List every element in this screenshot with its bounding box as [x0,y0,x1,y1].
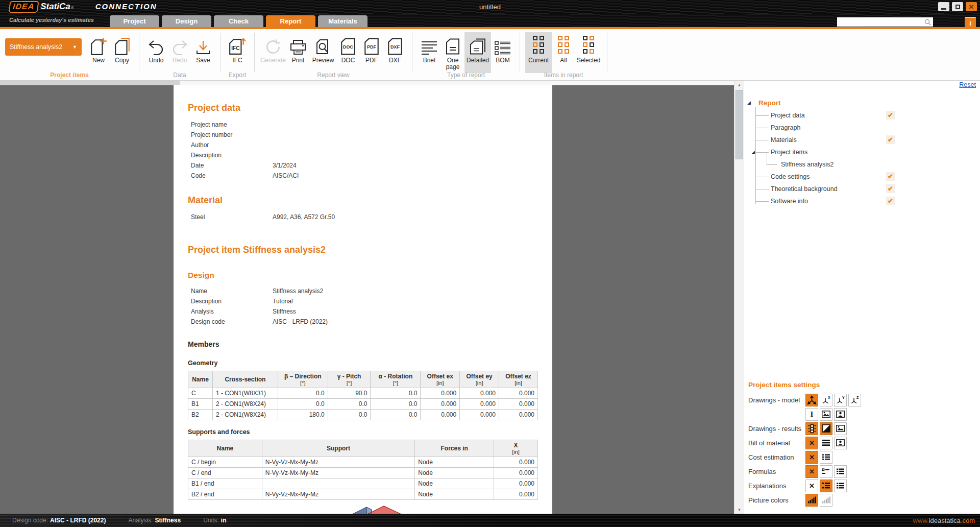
table-row: C / endN-Vy-Vz-Mx-My-Mz Node0.000 [188,468,538,478]
none-button[interactable]: ✕ [805,451,818,464]
tree-item-theoretical-background[interactable]: Theoretical background ✔ [747,183,972,195]
geometry-table: Name Cross-section β – Direction[°] γ - … [188,371,538,420]
none-button[interactable]: ✕ [805,465,818,478]
print-button[interactable]: Print [286,32,310,73]
none-button[interactable]: ✕ [805,437,818,449]
axes-iso-button[interactable] [805,394,818,406]
tree-root-report[interactable]: ◢ Report [747,96,972,109]
svg-text:X: X [828,395,830,399]
current-items-button[interactable]: Current [525,32,552,73]
selected-items-button[interactable]: Selected [575,32,602,73]
picture-person-button[interactable] [834,437,847,449]
picture-button[interactable] [834,422,847,435]
vertical-scrollbar[interactable]: ▲ ▼ [734,81,744,514]
scroll-down-arrow-icon[interactable]: ▼ [734,506,744,514]
col-header: Offset ex[in] [421,371,460,388]
close-icon: ✕ [969,4,974,10]
lines-button[interactable] [820,437,832,449]
group-label-items-in-report: Items in report [520,71,607,79]
field-label: Steel [191,212,273,222]
checkbox-checked-icon[interactable]: ✔ [886,197,895,205]
picture-person-button[interactable] [834,408,847,421]
horizontal-scrollbar-thumb[interactable] [0,81,180,85]
horizontal-scrollbar[interactable] [0,81,734,85]
close-button[interactable]: ✕ [966,2,977,11]
list-button[interactable] [820,451,832,464]
field-value [273,119,538,130]
one-page-button[interactable]: One page [441,32,464,73]
doc-file-icon: DOC [340,34,356,56]
ribbon-group-items-in-report: Current All Selected Items in report [520,29,607,80]
axes-x-button[interactable]: X [820,394,832,406]
tab-design[interactable]: Design [162,15,211,27]
color-bars-button[interactable] [805,494,818,507]
pdf-export-button[interactable]: PDF PDF [360,32,383,73]
axes-y-button[interactable]: Y [834,394,847,406]
settings-row-drawings-results: Drawings - results [748,421,976,436]
tab-report[interactable]: Report [266,15,315,27]
redo-button[interactable]: Redo [168,32,191,73]
undo-button[interactable]: Undo [144,32,168,73]
brief-button[interactable]: Brief [418,32,441,73]
list-button[interactable] [834,480,847,492]
ifc-export-button[interactable]: IFC IFC [226,32,249,73]
all-items-button[interactable]: All [552,32,575,73]
field-value [273,140,538,150]
detailed-button[interactable]: Detailed [464,32,491,73]
dxf-export-button[interactable]: DXF DXF [383,32,407,73]
col-header: Name [188,440,262,457]
tree-item-stiffness-analysis2[interactable]: Stiffness analysis2 ✔ [747,158,972,171]
none-button[interactable]: ✕ [805,480,818,492]
section-view-button[interactable]: I [805,408,818,421]
col-header: Offset ey[in] [460,371,499,388]
tree-item-project-data[interactable]: Project data ✔ [747,109,972,122]
doc-export-button[interactable]: DOC DOC [336,32,360,73]
tab-check[interactable]: Check [214,15,263,27]
redo-icon [171,34,188,56]
tree-item-software-info[interactable]: Software info ✔ [747,195,972,207]
website-link[interactable]: www.ideastatica.com [913,517,975,524]
project-item-selector[interactable]: Stiffness analysis2 ▼ [5,38,82,56]
picture-button[interactable] [820,408,832,421]
preview-button[interactable]: Preview [310,32,336,73]
traffic-light-button[interactable] [805,422,818,435]
ribbon-group-report-view: Generate Print Preview DOC [255,29,412,80]
reset-link[interactable]: Reset [959,81,976,88]
scroll-up-arrow-icon[interactable]: ▲ [734,81,744,89]
bars-color-icon [807,496,816,504]
tab-materials[interactable]: Materials [318,15,368,27]
col-header: α - Rotation[°] [371,371,421,388]
diagonal-split-button[interactable] [820,422,832,435]
axes-z-button[interactable]: Z [848,394,861,406]
list-with-text-button[interactable] [820,480,832,492]
checkbox-checked-icon[interactable]: ✔ [886,172,895,181]
tree-item-project-items[interactable]: ◢ Project items ✔ [747,146,972,158]
tree-item-paragraph[interactable]: Paragraph ✔ [747,122,972,134]
one-page-icon [446,34,460,56]
generate-button[interactable]: Generate [260,32,286,73]
tab-project[interactable]: Project [110,15,159,27]
tree-expanded-icon[interactable]: ◢ [751,150,755,155]
gray-bars-button[interactable] [820,494,832,507]
tree-item-code-settings[interactable]: Code settings ✔ [747,171,972,183]
info-button[interactable]: i [965,17,976,28]
short-list-button[interactable] [820,465,832,478]
settings-row-cost-estimation: Cost estimation ✕ [748,450,976,464]
copy-button[interactable]: Copy [110,32,134,73]
settings-row-drawings-model: Drawings - model X Y Z [748,393,976,407]
tree-expanded-icon[interactable]: ◢ [747,100,754,105]
maximize-button[interactable] [952,2,963,11]
save-button[interactable]: Save [191,32,215,73]
vertical-scrollbar-thumb[interactable] [736,90,743,159]
tree-item-materials[interactable]: Materials ✔ [747,134,972,146]
search-icon[interactable] [924,19,931,26]
checkbox-checked-icon[interactable]: ✔ [886,184,895,193]
checkbox-checked-icon[interactable]: ✔ [886,135,895,144]
new-button[interactable]: New [87,32,110,73]
checkbox-checked-icon[interactable]: ✔ [886,111,895,119]
list-button[interactable] [834,465,847,478]
minimize-button[interactable] [938,2,949,11]
content-area: Project data Project name Project number… [0,81,980,514]
bom-button[interactable]: BOM [491,32,514,73]
search-input[interactable] [837,18,924,26]
